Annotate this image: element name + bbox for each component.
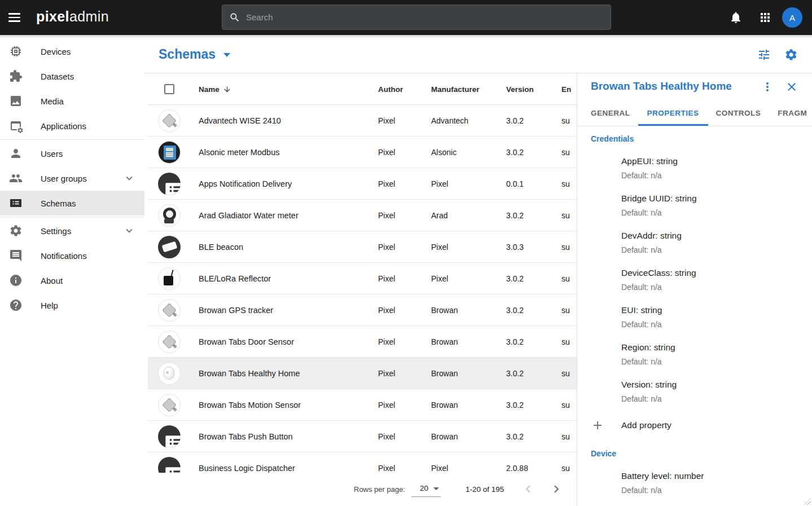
person-icon <box>9 147 23 160</box>
property-item[interactable]: Bridge UUID: string Default: n/a <box>621 193 798 218</box>
table-settings-gear-icon[interactable] <box>784 48 798 61</box>
row-manufacturer: Pixel <box>431 274 448 283</box>
sidebar-item-label: Settings <box>41 226 71 236</box>
schemas-table: Name Author Manufacturer Version En Adva… <box>148 73 577 506</box>
table-row[interactable]: Browan GPS tracker Pixel Browan 3.0.2 su <box>148 294 577 326</box>
row-enabled: su <box>561 432 570 441</box>
table-row[interactable]: Browan Tabs Healthy Home Pixel Browan 3.… <box>148 358 577 389</box>
sidebar-item-settings[interactable]: Settings <box>0 218 144 243</box>
device-meter-blue <box>158 141 181 164</box>
search-input[interactable] <box>246 12 611 22</box>
next-page-chevron-icon[interactable] <box>549 482 564 496</box>
sort-arrow-down-icon <box>223 85 231 94</box>
device-box-black <box>158 267 181 290</box>
table-row[interactable]: Alsonic meter Modbus Pixel Alsonic 3.0.2… <box>148 137 577 168</box>
property-item[interactable]: EUI: string Default: n/a <box>621 305 798 329</box>
property-default: Default: n/a <box>621 319 798 329</box>
section-title: Credentials <box>591 134 798 143</box>
device-sensor-gray <box>158 394 181 416</box>
sidebar-item-applications[interactable]: Applications <box>0 113 144 138</box>
property-default: Default: n/a <box>621 394 798 404</box>
sidebar-item-users[interactable]: Users <box>0 141 144 166</box>
device-water-meter <box>158 204 181 227</box>
row-name: Apps Notification Delivery <box>199 179 292 188</box>
table-row[interactable]: BLE beacon Pixel Pixel 3.0.3 su <box>148 231 577 263</box>
property-item[interactable]: Battery level: number Default: n/a <box>621 470 798 495</box>
user-avatar[interactable]: A <box>782 7 802 28</box>
rows-per-page-select[interactable]: 20 <box>411 480 441 497</box>
column-header-version: Version <box>506 73 534 105</box>
hamburger-menu-icon[interactable] <box>7 10 23 25</box>
apps-grid-icon[interactable] <box>758 11 772 24</box>
row-version: 3.0.2 <box>506 432 524 441</box>
sidebar-item-user-groups[interactable]: User groups <box>0 166 144 191</box>
select-caret-icon <box>433 487 439 490</box>
property-item[interactable]: DevAddr: string Default: n/a <box>621 230 798 255</box>
table-row[interactable]: Advantech WISE 2410 Pixel Advantech 3.0.… <box>148 105 577 137</box>
column-header-manufacturer: Manufacturer <box>431 73 480 105</box>
row-manufacturer: Browan <box>431 401 458 410</box>
row-enabled: su <box>561 211 570 220</box>
row-version: 3.0.2 <box>506 116 524 125</box>
property-item[interactable]: Region: string Default: n/a <box>621 342 798 367</box>
tab-properties[interactable]: PROPERTIES <box>647 100 699 126</box>
table-row[interactable]: Browan Tabs Motion Sensor Pixel Browan 3… <box>148 389 577 421</box>
table-row[interactable]: Browan Tabs Push Button Pixel Browan 3.0… <box>148 421 577 452</box>
help-icon <box>9 298 23 312</box>
property-item[interactable]: DeviceClass: string Default: n/a <box>621 267 798 292</box>
kebab-menu-icon[interactable] <box>761 80 774 94</box>
notifications-bell-icon[interactable] <box>729 11 743 24</box>
sidebar-item-media[interactable]: Media <box>0 89 144 113</box>
column-header-name[interactable]: Name <box>199 73 231 105</box>
row-name: Arad Gladiator Water meter <box>199 211 299 220</box>
row-name: Browan Tabs Push Button <box>199 432 293 441</box>
info-icon <box>9 274 23 287</box>
row-manufacturer: Arad <box>431 211 448 220</box>
property-name: Battery level: number <box>621 470 798 482</box>
tab-controls[interactable]: CONTROLS <box>716 100 761 126</box>
sidebar-item-datasets[interactable]: Datasets <box>0 64 144 89</box>
select-all-checkbox[interactable] <box>164 84 174 94</box>
property-default: Default: n/a <box>621 170 798 181</box>
comment-icon <box>9 249 23 262</box>
row-author: Pixel <box>378 432 395 441</box>
sidebar-item-help[interactable]: Help <box>0 293 144 318</box>
row-manufacturer: Browan <box>431 337 458 346</box>
row-version: 0.0.1 <box>506 179 524 188</box>
property-default: Default: n/a <box>621 282 798 292</box>
sidebar-divider <box>0 217 144 217</box>
avatar-initial: A <box>789 13 795 23</box>
topbar: pixeladmin A <box>0 0 812 35</box>
tab-fragm[interactable]: FRAGM <box>778 100 807 126</box>
puzzle-icon <box>9 69 23 83</box>
sidebar-item-about[interactable]: About <box>0 268 144 293</box>
filter-tune-icon[interactable] <box>757 48 771 61</box>
property-item[interactable]: Version: string Default: n/a <box>621 379 798 404</box>
property-name: DeviceClass: string <box>621 267 798 279</box>
app-logo: pixeladmin <box>36 8 109 25</box>
sidebar-item-label: Devices <box>41 47 71 56</box>
page-title-dropdown[interactable]: Schemas <box>159 35 230 73</box>
table-row[interactable]: Browan Tabs Door Sensor Pixel Browan 3.0… <box>148 326 577 358</box>
row-enabled: su <box>561 369 570 378</box>
sidebar-item-devices[interactable]: Devices <box>0 39 144 64</box>
previous-page-chevron-icon[interactable] <box>521 482 536 496</box>
sidebar-item-label: Media <box>41 96 64 106</box>
plus-icon <box>591 419 604 432</box>
property-item[interactable]: AppEUI: string Default: n/a <box>621 156 798 181</box>
sidebar-item-label: Help <box>41 301 58 310</box>
sidebar-item-notifications[interactable]: Notifications <box>0 243 144 268</box>
table-row[interactable]: Arad Gladiator Water meter Pixel Arad 3.… <box>148 200 577 231</box>
row-enabled: su <box>561 179 570 188</box>
device-sensor-gray <box>158 109 181 132</box>
table-row[interactable]: BLE/LoRa Reflector Pixel Pixel 3.0.2 su <box>148 263 577 294</box>
table-row[interactable]: Apps Notification Delivery Pixel Pixel 0… <box>148 168 577 200</box>
device-camera-white <box>158 362 181 385</box>
row-name: Alsonic meter Modbus <box>199 148 279 157</box>
tab-general[interactable]: GENERAL <box>591 100 630 126</box>
sidebar-item-schemas[interactable]: Schemas <box>0 191 144 215</box>
row-author: Pixel <box>378 179 395 188</box>
logo-light: admin <box>69 8 109 24</box>
add-property-button[interactable]: Add property <box>591 419 798 432</box>
close-icon[interactable] <box>785 80 798 94</box>
